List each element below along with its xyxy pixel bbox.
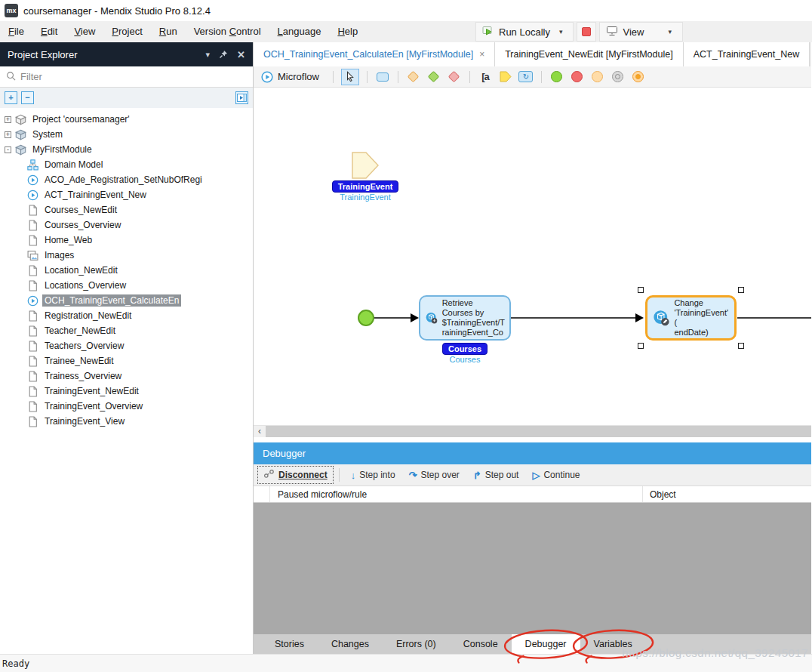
tree-item-label: Location_NewEdit bbox=[42, 264, 120, 276]
tree-item[interactable]: Home_Web bbox=[0, 233, 253, 248]
change-activity-node[interactable]: Change 'TrainingEvent' ( endDate) bbox=[645, 295, 737, 341]
selection-handle[interactable] bbox=[638, 287, 644, 293]
filter-input[interactable] bbox=[20, 71, 247, 82]
start-event-node[interactable] bbox=[358, 310, 374, 326]
selection-handle[interactable] bbox=[738, 287, 744, 293]
collapse-icon[interactable]: - bbox=[5, 146, 11, 153]
document-tab[interactable]: TrainingEvent_NewEdit [MyFirstModule] bbox=[495, 42, 684, 66]
bottom-tab-debugger[interactable]: Debugger bbox=[512, 634, 580, 654]
status-text: Ready bbox=[2, 658, 29, 669]
menu-view[interactable]: View bbox=[66, 21, 103, 42]
tree-item[interactable]: +Project 'coursemanager' bbox=[0, 112, 253, 127]
document-tab[interactable]: ACT_TrainingEvent_New bbox=[684, 42, 810, 66]
break-event-tool-icon[interactable] bbox=[631, 69, 646, 85]
hscrollbar-thumb[interactable] bbox=[266, 426, 811, 437]
expand-icon[interactable]: + bbox=[5, 131, 11, 138]
close-tab-icon[interactable]: × bbox=[479, 49, 484, 60]
close-icon[interactable]: ✕ bbox=[237, 49, 245, 60]
tree-item[interactable]: ACO_Ade_Registration_SetNubOfRegi bbox=[0, 172, 253, 187]
expand-icon[interactable]: + bbox=[5, 116, 11, 123]
tree-item[interactable]: Courses_NewEdit bbox=[0, 202, 253, 217]
tree-item[interactable]: TrainingEvent_NewEdit bbox=[0, 384, 253, 399]
menu-run[interactable]: Run bbox=[151, 21, 186, 42]
activity-tool-icon[interactable] bbox=[375, 69, 390, 85]
tree-item[interactable]: Teachers_Overview bbox=[0, 338, 253, 353]
tree-item[interactable]: Teacher_NewEdit bbox=[0, 323, 253, 338]
app-logo-icon: mx bbox=[5, 4, 18, 17]
select-tool-icon[interactable] bbox=[341, 69, 359, 85]
menu-edit[interactable]: Edit bbox=[32, 21, 66, 42]
debugger-panel-header: Debugger bbox=[254, 442, 811, 464]
tree-item-label: MyFirstModule bbox=[30, 143, 94, 156]
tree-item-label: TrainingEvent_NewEdit bbox=[42, 385, 141, 397]
document-tab[interactable]: OCH_TrainingEvent_CalculateEn [MyFirstMo… bbox=[254, 42, 495, 66]
menu-help[interactable]: Help bbox=[329, 21, 366, 42]
page-icon bbox=[27, 401, 38, 412]
annotation-tool-icon[interactable]: [a bbox=[478, 69, 493, 85]
run-controls: Run Locally ▾ View ▾ bbox=[475, 21, 683, 42]
tree-item[interactable]: OCH_TrainingEvent_CalculateEn bbox=[0, 293, 253, 308]
disconnect-icon bbox=[263, 469, 275, 481]
decision-tool-icon[interactable] bbox=[406, 69, 421, 85]
tree-item[interactable]: +System bbox=[0, 127, 253, 142]
menu-language[interactable]: Language bbox=[269, 21, 330, 42]
view-button[interactable]: View ▾ bbox=[599, 22, 682, 42]
step-into-button[interactable]: ↓Step into bbox=[346, 467, 401, 483]
tree-item[interactable]: Registration_NewEdit bbox=[0, 308, 253, 323]
merge-tool-icon[interactable] bbox=[426, 69, 441, 85]
tree-item[interactable]: Locations_Overview bbox=[0, 278, 253, 293]
menu-version-control[interactable]: Version Control bbox=[186, 21, 269, 42]
menu-project[interactable]: Project bbox=[103, 21, 150, 42]
retrieve-activity-node[interactable]: Retrieve Courses by $TrainingEvent/T rai… bbox=[419, 295, 511, 341]
parameter-node[interactable] bbox=[352, 152, 379, 181]
pin-icon[interactable] bbox=[219, 50, 228, 59]
scroll-left-icon[interactable]: ‹ bbox=[254, 426, 266, 437]
selection-handle[interactable] bbox=[638, 343, 644, 349]
tree-item[interactable]: TrainingEvent_View bbox=[0, 414, 253, 429]
microflow-icon bbox=[27, 174, 38, 186]
continue-event-tool-icon[interactable] bbox=[611, 69, 626, 85]
parameter-tool-icon[interactable] bbox=[498, 69, 513, 85]
tree-item[interactable]: Location_NewEdit bbox=[0, 263, 253, 278]
bottom-tab-stories[interactable]: Stories bbox=[261, 634, 318, 654]
collapse-all-icon[interactable]: − bbox=[21, 91, 34, 104]
bottom-tab-changes[interactable]: Changes bbox=[318, 634, 383, 654]
bottom-tab-console[interactable]: Console bbox=[450, 634, 512, 654]
debugger-col-paused[interactable]: Paused microflow/rule bbox=[270, 486, 643, 502]
debugger-table-body[interactable] bbox=[254, 503, 811, 634]
step-over-button[interactable]: ↷Step over bbox=[404, 467, 465, 483]
panel-menu-icon[interactable]: ▾ bbox=[206, 50, 211, 60]
stop-button[interactable] bbox=[577, 22, 596, 42]
tree-item[interactable]: Domain Model bbox=[0, 157, 253, 172]
loop-tool-icon[interactable]: ↻ bbox=[518, 69, 534, 85]
tree-item[interactable]: Images bbox=[0, 248, 253, 263]
tree-item[interactable]: Courses_Overview bbox=[0, 217, 253, 233]
pause-event-tool-icon[interactable] bbox=[590, 69, 605, 85]
selection-handle[interactable] bbox=[738, 343, 744, 349]
tree-item[interactable]: Trainess_Overview bbox=[0, 368, 253, 384]
disconnect-button[interactable]: Disconnect bbox=[258, 467, 333, 483]
run-locally-button[interactable]: Run Locally ▾ bbox=[475, 22, 574, 42]
debugger-col-object[interactable]: Object bbox=[643, 486, 811, 502]
menu-file[interactable]: File bbox=[0, 21, 32, 42]
document-tab-label: TrainingEvent_NewEdit [MyFirstModule] bbox=[505, 49, 673, 60]
tree-item[interactable]: Trainee_NewEdit bbox=[0, 353, 253, 368]
retrieve-badge-wrap: Courses Courses bbox=[429, 343, 501, 364]
tree-item[interactable]: ACT_TrainingEvent_New bbox=[0, 187, 253, 202]
expand-all-icon[interactable]: + bbox=[5, 91, 17, 104]
tree-item[interactable]: -MyFirstModule bbox=[0, 142, 253, 157]
run-locally-caret-icon[interactable]: ▾ bbox=[555, 28, 567, 35]
bottom-tab-errors-0-[interactable]: Errors (0) bbox=[383, 634, 450, 654]
step-out-button[interactable]: ↱Step out bbox=[468, 467, 524, 483]
start-event-tool-icon[interactable] bbox=[549, 69, 564, 85]
microflow-icon bbox=[27, 190, 38, 201]
error-handler-tool-icon[interactable] bbox=[447, 69, 462, 85]
locate-document-icon[interactable] bbox=[235, 91, 248, 104]
end-event-tool-icon[interactable] bbox=[570, 69, 585, 85]
microflow-canvas[interactable]: TrainingEvent TrainingEvent Retrieve Cou… bbox=[254, 88, 811, 425]
view-caret-icon[interactable]: ▾ bbox=[648, 28, 676, 35]
debugger-toolbar: Disconnect↓Step into↷Step over↱Step out▷… bbox=[254, 464, 811, 486]
step-into-icon: ↓ bbox=[351, 470, 356, 481]
continue-button[interactable]: ▷Continue bbox=[527, 467, 585, 483]
tree-item[interactable]: TrainingEvent_Overview bbox=[0, 399, 253, 414]
